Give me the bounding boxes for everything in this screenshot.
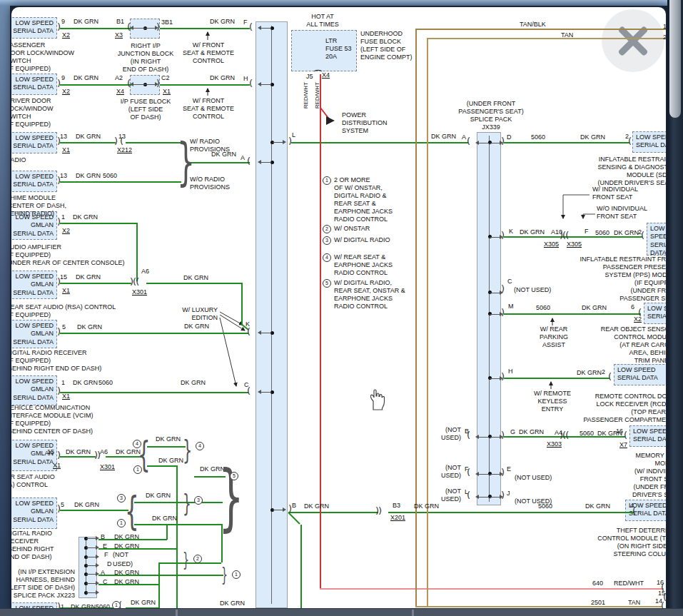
wire-segment: [60, 84, 131, 86]
box-label: LOW SPEED GMLAN SERIAL DATA: [10, 498, 56, 528]
label-not_used: (NOT USED): [515, 474, 552, 482]
label-red_wht: RED/WHT: [314, 82, 321, 108]
wire-segment: [147, 465, 177, 467]
serial-data-box: LOW SPEED SERIAL DATA: [647, 223, 667, 256]
label-A6: A6: [141, 268, 149, 276]
label-B3: B3: [393, 502, 400, 510]
box-label: LOW SPEED SERIAL DATA: [630, 426, 667, 446]
label-dk_grn: DK GRN: [76, 172, 101, 180]
box-label: LOW SPEED SERIAL DATA: [10, 18, 56, 38]
label-rear_obj: REAR OBJECT SENSOR CONTROL MODULE (AT RE…: [601, 325, 667, 365]
wire-segment: [504, 313, 641, 315]
wire-connector: ): [57, 327, 60, 336]
wire-segment: [504, 142, 629, 143]
terminal-arrow: [144, 84, 156, 85]
terminal-arrow: [478, 143, 489, 143]
wire-segment: [60, 456, 96, 458]
label-w_ind: W/ INDIVIDUAL FRONT SEAT: [592, 186, 638, 201]
wire-segment: [60, 142, 116, 143]
right-scrollbar-track[interactable]: [667, 0, 683, 616]
terminal-arrow: [478, 437, 489, 438]
terminal-arrow: [133, 28, 144, 29]
wire-connector: ): [288, 504, 291, 513]
label-A: A: [462, 133, 466, 141]
wire-segment: [146, 283, 242, 284]
box-label: LOW SPEED SERIAL DATA: [633, 132, 667, 152]
label-dk_grn: DK GRN: [184, 323, 209, 330]
brace: }: [221, 565, 228, 584]
label-memory: MEMORY SEAT MODULE (W/ INDIVIDUAL FRONT …: [632, 452, 667, 499]
brace: }: [218, 460, 244, 533]
wire-segment: [158, 562, 160, 608]
label-c5060: 5060: [531, 133, 545, 141]
terminal-arrow: [490, 237, 500, 238]
wire-segment: [60, 392, 248, 393]
wire-segment: [136, 223, 138, 281]
terminal-arrow: [490, 474, 500, 475]
serial-data-box: LOW SPEED SERIAL DATA: [10, 132, 57, 153]
terminal-arrow: [490, 378, 500, 379]
label-p13: 13: [60, 172, 67, 180]
label-X2: X2: [62, 88, 70, 96]
label-dk_grn: DK GRN: [210, 18, 235, 26]
terminal-arrowhead: [96, 555, 99, 559]
terminal-arrow: [260, 162, 271, 163]
note-marker: 4: [196, 442, 204, 450]
label-wo_ind: W/O INDIVIDUAL FRONT SEAT: [597, 205, 647, 221]
bottom-bar-divider: [412, 610, 414, 616]
label-w_rke: W/ REMOTE KEYLESS ENTRY: [534, 390, 571, 413]
label-red_wht: RED/WHT: [303, 82, 310, 108]
wire-segment: [427, 38, 667, 39]
wire-connector: ): [57, 277, 60, 286]
box-label: LOW SPEED SERIAL DATA: [10, 74, 56, 94]
wire-segment: [291, 142, 468, 143]
wire-segment: [60, 28, 131, 29]
brace: }: [177, 136, 195, 187]
close-button[interactable]: [602, 9, 664, 72]
terminal-arrow: [86, 565, 96, 566]
wire-connector: ): [114, 136, 117, 146]
brace: {: [125, 491, 139, 531]
label-p3b1: 3B1: [161, 19, 173, 26]
label-n4: W/ REAR SEAT & EARPHONE JACKS RADIO CONT…: [334, 253, 393, 277]
wire-segment: [134, 502, 223, 503]
label-tan_blk: TAN/BLK: [520, 21, 546, 29]
label-p5: 5: [61, 501, 64, 509]
terminal-arrowhead: [475, 495, 479, 499]
label-X305: X305: [544, 241, 559, 248]
terminal-arrowhead: [283, 508, 286, 512]
label-E: E: [103, 542, 107, 550]
terminal-arrowhead: [500, 291, 503, 295]
label-not_used_2l: (NOT USED): [441, 488, 461, 503]
brace: }: [183, 491, 191, 515]
label-X4: X4: [322, 71, 330, 79]
terminal-arrowhead: [96, 572, 99, 576]
terminal-arrow: [260, 84, 271, 85]
label-dk_grn: DK GRN: [183, 274, 208, 282]
wire-connector: (: [628, 136, 631, 146]
terminal-arrow: [490, 437, 500, 438]
label-rsa2: REAR SEAT AUDIO (RSA) CONTROL: [10, 473, 55, 489]
terminal-arrow: [86, 547, 96, 548]
wire-segment: [300, 525, 302, 608]
label-n1: 2 OR MORE OF W/ ONSTAR, DIGITAL RADIO & …: [334, 176, 393, 223]
label-w_rear_park: W/ REAR PARKING ASSIST: [540, 325, 568, 349]
terminal-arrow: [86, 592, 96, 593]
label-sdm: INFLATABLE RESTRAINT SENSING & DIAGNOSTI…: [597, 156, 667, 187]
label-n5: W/ DIGITAL RADIO, REAR SEAT, ONSTAR & EA…: [334, 279, 405, 310]
wire-connector: ): [57, 22, 60, 31]
wire-segment: [126, 142, 181, 143]
wire-connector: )((: [560, 430, 568, 440]
label-n2: W/ ONSTAR: [334, 225, 370, 233]
label-dk_grn: DK GRN: [304, 503, 329, 510]
label-X303: X303: [547, 440, 562, 448]
box-label: LOW SPEED GMLAN SERIAL DATA: [10, 271, 56, 298]
serial-data-box: LOW SPEED SERIAL DATA: [644, 303, 667, 324]
right-scrollbar-thumb[interactable]: [669, 0, 681, 118]
wire-segment: [134, 524, 221, 525]
label-amp: AUDIO AMPLIFIER (IF EQUIPPED) (UNDER REA…: [10, 243, 125, 267]
label-n1: 1: [663, 23, 667, 31]
note-marker: 1: [323, 176, 331, 185]
label-dk_grn: DK GRN: [156, 435, 181, 443]
label-E: E: [507, 465, 511, 473]
